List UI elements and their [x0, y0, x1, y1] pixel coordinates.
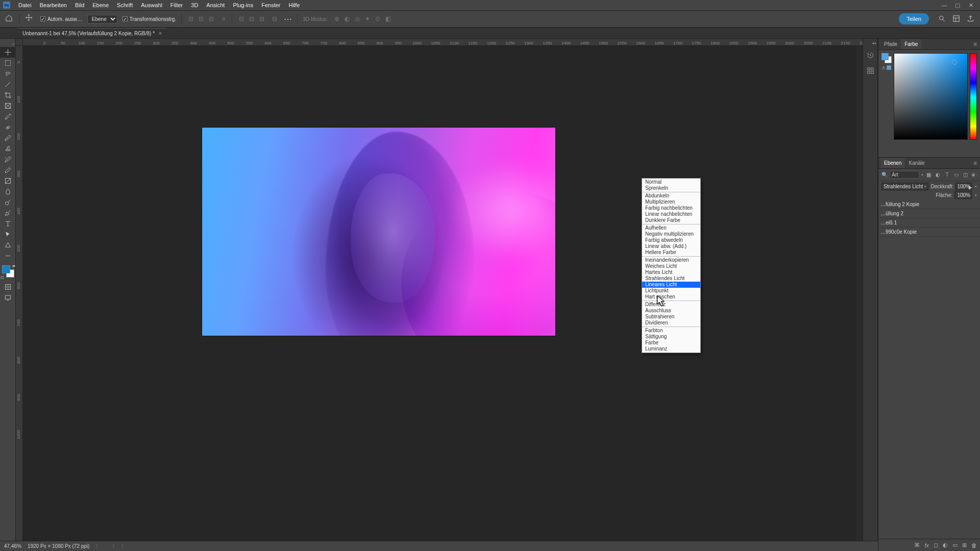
- ruler-vertical[interactable]: 01002003004005006007008009001000: [16, 46, 23, 551]
- healing-brush-tool[interactable]: [0, 122, 16, 133]
- distribute-v-icon[interactable]: ⊟: [272, 15, 277, 22]
- gamut-warning-icon[interactable]: ⚠: [881, 65, 886, 70]
- layer-style-icon[interactable]: fx: [924, 542, 929, 548]
- eyedropper-tool[interactable]: [0, 111, 16, 122]
- color-field[interactable]: [894, 53, 968, 140]
- menu-ebene[interactable]: Ebene: [88, 2, 113, 8]
- align-group[interactable]: ⊟ ⊟ ⊟ ≡: [187, 15, 227, 22]
- link-layers-icon[interactable]: ⌘: [914, 542, 920, 548]
- new-layer-icon[interactable]: ⊞: [962, 542, 967, 548]
- foreground-background-colors[interactable]: ⇄ ◱: [0, 264, 16, 280]
- blend-option[interactable]: Farbig abwedeln: [642, 237, 700, 243]
- blend-option[interactable]: Farbe: [642, 340, 700, 346]
- blend-option[interactable]: Normal: [642, 179, 700, 185]
- menu-hilfe[interactable]: Hilfe: [284, 2, 304, 8]
- magic-wand-tool[interactable]: [0, 79, 16, 90]
- delete-layer-icon[interactable]: 🗑: [971, 542, 977, 548]
- doc-info-menu-icon[interactable]: 〉: [95, 543, 101, 550]
- filter-toggle[interactable]: [971, 172, 977, 178]
- align-v-group[interactable]: ⊟ ⊟ ⊟ ⊟: [237, 15, 279, 22]
- blur-tool[interactable]: [0, 186, 16, 197]
- transform-controls-checkbox[interactable]: ✓Transformationsstrg.: [122, 16, 176, 22]
- blend-mode-menu[interactable]: NormalSprenkelnAbdunkelnMultiplizierenFa…: [642, 178, 701, 353]
- menu-bild[interactable]: Bild: [71, 2, 88, 8]
- align-bottom-icon[interactable]: ⊟: [259, 15, 264, 22]
- tab-color[interactable]: Farbe: [901, 39, 921, 49]
- layer-filter-input[interactable]: [890, 171, 919, 179]
- ruler-origin[interactable]: [16, 39, 23, 46]
- hand-tool[interactable]: [0, 251, 16, 261]
- minimize-button[interactable]: —: [940, 2, 948, 9]
- type-tool[interactable]: [0, 218, 16, 229]
- canvas-area[interactable]: 0501001502002503003504004505005506006507…: [16, 39, 863, 551]
- blend-option[interactable]: Dividieren: [642, 320, 700, 326]
- layer-mask-icon[interactable]: ◻: [934, 542, 938, 548]
- blend-mode-dropdown[interactable]: Strahlendes Licht▾: [881, 183, 928, 190]
- shape-tool[interactable]: [0, 240, 16, 251]
- foreground-color[interactable]: [2, 265, 10, 273]
- close-tab-icon[interactable]: ×: [159, 31, 162, 36]
- quick-mask-tool[interactable]: [0, 282, 16, 292]
- clone-stamp-tool[interactable]: [0, 143, 16, 154]
- menu-plug-ins[interactable]: Plug-ins: [229, 2, 257, 8]
- home-icon[interactable]: [5, 14, 14, 23]
- lasso-tool[interactable]: [0, 68, 16, 79]
- fill-input[interactable]: 100%: [954, 191, 972, 199]
- marquee-tool[interactable]: [0, 58, 16, 68]
- layer-group-icon[interactable]: ▭: [952, 542, 958, 548]
- workspace-icon[interactable]: [952, 15, 961, 23]
- filter-pixel-icon[interactable]: ▦: [925, 171, 932, 178]
- blend-option[interactable]: Differenz: [642, 302, 700, 308]
- layer-row[interactable]: …üllung 2: [878, 209, 980, 218]
- menu-filter[interactable]: Filter: [166, 2, 187, 8]
- brush-tool[interactable]: [0, 133, 16, 143]
- panel-menu-icon[interactable]: ≡: [973, 41, 980, 48]
- blend-option[interactable]: Lineares Licht: [642, 282, 700, 288]
- blend-option[interactable]: Multiplizieren: [642, 199, 700, 205]
- frame-tool[interactable]: [0, 101, 16, 111]
- close-button[interactable]: ✕: [967, 2, 975, 9]
- screen-mode-tool[interactable]: [0, 292, 16, 303]
- filter-type-icon[interactable]: T: [944, 171, 950, 178]
- ruler-horizontal[interactable]: 0501001502002503003504004505005506006507…: [23, 39, 863, 46]
- document-tab[interactable]: Unbenannt-1 bei 47,5% (Verlaufsfüllung 2…: [17, 28, 167, 38]
- blend-option[interactable]: Hart mischen: [642, 294, 700, 300]
- maximize-button[interactable]: ▢: [953, 2, 962, 9]
- search-icon[interactable]: [938, 15, 946, 23]
- color-panel-swatches[interactable]: [881, 53, 892, 63]
- blend-option[interactable]: Linear abw. (Add.): [642, 243, 700, 249]
- blend-option[interactable]: Aufhellen: [642, 225, 700, 231]
- move-tool-icon[interactable]: [25, 14, 35, 24]
- tab-layers[interactable]: Ebenen: [880, 158, 905, 168]
- properties-panel-icon[interactable]: [865, 65, 876, 76]
- status-prev-icon[interactable]: 〈: [110, 543, 115, 550]
- blend-option[interactable]: Negativ multiplizieren: [642, 231, 700, 237]
- history-brush-tool[interactable]: [0, 154, 16, 165]
- blend-option[interactable]: Lichtpunkt: [642, 288, 700, 294]
- menu-auswahl[interactable]: Auswahl: [137, 2, 166, 8]
- filter-shape-icon[interactable]: ▭: [953, 171, 960, 178]
- share-button[interactable]: Teilen: [899, 13, 929, 24]
- layer-row[interactable]: …eiß 1: [878, 218, 980, 228]
- document-info[interactable]: 1920 Px × 1080 Px (72 ppi): [28, 543, 89, 549]
- align-left-icon[interactable]: ⊟: [188, 15, 193, 22]
- blend-option[interactable]: Weiches Licht: [642, 263, 700, 269]
- adjustment-layer-icon[interactable]: ◐: [943, 542, 948, 548]
- hue-slider[interactable]: [970, 53, 977, 140]
- blend-option[interactable]: Linear nachbelichten: [642, 211, 700, 217]
- menu-3d[interactable]: 3D: [187, 2, 202, 8]
- blend-option[interactable]: Sprenkeln: [642, 185, 700, 191]
- blend-option[interactable]: Luminanz: [642, 346, 700, 352]
- swap-colors-icon[interactable]: ⇄: [12, 264, 15, 268]
- pen-tool[interactable]: [0, 208, 16, 218]
- align-top-icon[interactable]: ⊟: [239, 15, 244, 22]
- websafe-color-icon[interactable]: [887, 65, 891, 70]
- layer-row[interactable]: …990c0e Kopie: [878, 228, 980, 237]
- hue-slider-handle[interactable]: [969, 186, 972, 190]
- crop-tool[interactable]: [0, 90, 16, 101]
- distribute-h-icon[interactable]: ≡: [222, 15, 225, 22]
- dodge-tool[interactable]: [0, 197, 16, 208]
- filter-adjustment-icon[interactable]: ◐: [935, 171, 941, 178]
- menu-schrift[interactable]: Schrift: [113, 2, 137, 8]
- auto-select-checkbox[interactable]: ✓Autom. ausw…: [40, 16, 82, 22]
